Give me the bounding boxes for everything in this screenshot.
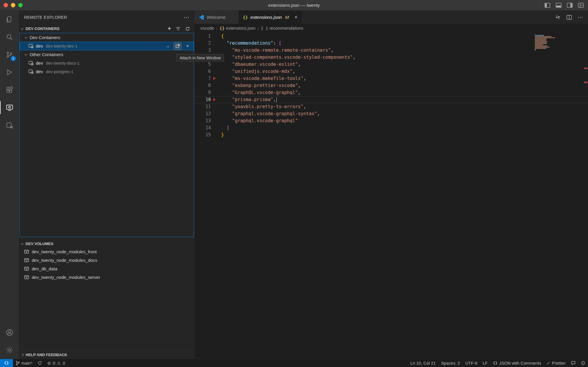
customize-layout-icon[interactable] — [578, 3, 584, 8]
toggle-panel-icon[interactable] — [556, 3, 562, 8]
code-line[interactable]: 11 "yoavbls.pretty-ts-errors", — [195, 103, 588, 110]
dev-containers-icon[interactable] — [0, 116, 19, 134]
container-item[interactable]: devdev-twenty-docs-1 — [20, 59, 194, 67]
accounts-icon[interactable] — [0, 324, 19, 341]
split-editor-icon[interactable] — [567, 15, 572, 20]
extensions-icon[interactable] — [0, 81, 19, 99]
notifications-bell-icon[interactable] — [578, 359, 588, 367]
tree-group[interactable]: Other Containers — [20, 50, 194, 59]
remove-container-icon[interactable]: × — [184, 43, 191, 50]
toggle-sidebar-right-icon[interactable] — [567, 3, 573, 8]
container-icon — [29, 69, 34, 74]
source-control-icon[interactable]: 1 — [0, 46, 19, 63]
tab-welcome[interactable]: Welcome — [195, 11, 239, 24]
breadcrumb-symbol[interactable]: [ ] recommendations — [261, 26, 303, 31]
remote-indicator-button[interactable] — [0, 359, 13, 367]
code-line[interactable]: 1{ — [195, 33, 588, 40]
minimap-line — [535, 41, 547, 42]
encoding-button[interactable]: UTF-8 — [462, 359, 480, 367]
code-line[interactable]: 10 "prisma.prisma", — [195, 96, 588, 103]
line-number: 1 — [195, 33, 211, 40]
code-line[interactable]: 12 "graphql.vscode-graphql-syntax", — [195, 110, 588, 117]
code-line[interactable]: 13 "graphql.vscode-graphql" — [195, 117, 588, 124]
remote-explorer-icon[interactable] — [0, 99, 19, 116]
code-line[interactable]: 8 "esbenp.prettier-vscode", — [195, 82, 588, 89]
json-file-icon: {} — [220, 26, 225, 31]
attach-new-window-icon[interactable] — [174, 43, 181, 50]
code-line[interactable]: 2 "recommendations": [ — [195, 40, 588, 47]
volume-name: dev_db_data — [32, 266, 57, 271]
formatter-button[interactable]: ✓ Prettier — [544, 359, 568, 367]
container-icon — [29, 61, 34, 65]
settings-gear-icon[interactable] — [0, 341, 19, 359]
container-item[interactable]: devdev-twenty-dev-1→× — [20, 42, 194, 50]
tree-group[interactable]: Dev Containers — [20, 33, 194, 42]
code-line[interactable]: 6 "unifiedjs.vscode-mdx", — [195, 68, 588, 75]
minimap-line — [535, 37, 555, 38]
search-icon[interactable] — [0, 28, 19, 46]
minimap-line — [535, 42, 547, 43]
tab-extensions-json[interactable]: {} extensions.json M × — [239, 11, 302, 24]
code-line[interactable]: 5 "dbaeumer.vscode-eslint", — [195, 61, 588, 68]
volume-item[interactable]: dev_twenty_node_modules_server — [19, 273, 195, 281]
section-dev-containers[interactable]: DEV CONTAINERS + — [19, 25, 195, 33]
code-line[interactable]: 3 "ms-vscode-remote.remote-containers", — [195, 47, 588, 54]
errors-count: 0 — [53, 361, 55, 366]
volume-icon — [24, 267, 29, 271]
code-line[interactable]: 14 ] — [195, 124, 588, 131]
more-actions-icon[interactable]: ⋯ — [183, 14, 189, 21]
volume-item[interactable]: dev_twenty_node_modules_front — [19, 247, 195, 256]
run-debug-icon[interactable] — [0, 63, 19, 81]
sync-changes-button[interactable] — [35, 359, 45, 367]
new-dev-container-icon[interactable]: + — [168, 25, 171, 32]
minimap-line — [535, 40, 546, 41]
cursor-position-button[interactable]: Ln 10, Col 21 — [408, 359, 438, 367]
eol-button[interactable]: LF — [480, 359, 490, 367]
tree-group-label: Other Containers — [30, 52, 63, 57]
code-text: "unifiedjs.vscode-mdx", — [221, 68, 295, 75]
section-help-feedback[interactable]: HELP AND FEEDBACK — [19, 351, 195, 359]
close-tab-icon[interactable]: × — [295, 14, 298, 20]
section-dev-volumes[interactable]: DEV VOLUMES — [19, 240, 195, 248]
attach-container-icon[interactable]: → — [164, 43, 171, 50]
minimap[interactable] — [535, 34, 557, 51]
explorer-icon[interactable] — [0, 11, 19, 28]
refresh-icon[interactable] — [185, 26, 190, 31]
status-bar: main* ⊘ 0 ⚠ 0 Ln 10, Col 21 Spaces: 2 UT… — [0, 359, 588, 367]
language-mode-button[interactable]: {} JSON with Comments — [490, 359, 544, 367]
feedback-icon[interactable] — [568, 359, 578, 367]
code-text: "ms-vscode-remote.remote-containers", — [221, 47, 334, 54]
minimap-line — [535, 44, 543, 45]
container-item[interactable]: devdev-postgres-1 — [20, 67, 194, 76]
code-line[interactable]: 4 "styled-components.vscode-styled-compo… — [195, 54, 588, 61]
sidebar-remote-explorer: REMOTE EXPLORER ⋯ DEV CONTAINERS + Dev C… — [19, 11, 195, 359]
code-line[interactable]: 9 "GraphQL.vscode-graphql", — [195, 89, 588, 96]
breadcrumb-folder[interactable]: .vscode — [199, 26, 214, 31]
toggle-sidebar-left-icon[interactable] — [544, 3, 550, 8]
problems-button[interactable]: ⊘ 0 ⚠ 0 — [45, 359, 68, 367]
filter-list-icon[interactable] — [176, 27, 181, 31]
git-branch-button[interactable]: main* — [13, 359, 35, 367]
minimize-window-button[interactable] — [11, 3, 15, 7]
minimap-line — [535, 46, 547, 46]
chevron-down-icon — [21, 27, 24, 30]
chevron-down-icon — [21, 242, 24, 245]
close-window-button[interactable] — [4, 3, 8, 7]
breadcrumb-file[interactable]: {} extensions.json — [220, 26, 255, 31]
line-number: 10 — [195, 96, 211, 103]
code-text: "prisma.prisma", — [221, 96, 277, 103]
zoom-window-button[interactable] — [18, 3, 23, 7]
volume-item[interactable]: dev_db_data — [19, 264, 195, 273]
code-editor[interactable]: 1{2 "recommendations": [3 "ms-vscode-rem… — [195, 33, 588, 359]
more-actions-icon[interactable]: ⋯ — [578, 14, 583, 21]
open-changes-icon[interactable] — [555, 15, 561, 20]
volume-item[interactable]: dev_twenty_node_modules_docs — [19, 256, 195, 264]
chevron-down-icon — [25, 36, 28, 38]
volume-name: dev_twenty_node_modules_front — [32, 249, 97, 254]
minimap-line — [535, 43, 547, 44]
indentation-button[interactable]: Spaces: 2 — [438, 359, 463, 367]
tab-extensions-json-label: extensions.json — [250, 15, 282, 20]
code-line[interactable]: 15} — [195, 131, 588, 138]
tab-bar: Welcome {} extensions.json M × ⋯ — [195, 11, 588, 24]
code-line[interactable]: 7 "ms-vscode.makefile-tools", — [195, 75, 588, 82]
